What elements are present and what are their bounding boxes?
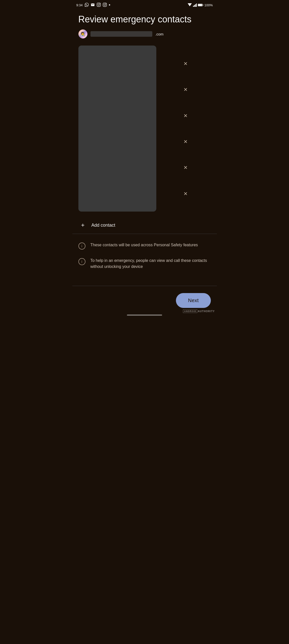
remove-contact-6-button[interactable]	[180, 188, 191, 199]
info-icon-1: i	[78, 243, 85, 250]
close-icon	[183, 113, 188, 119]
home-indicator-bar	[127, 314, 162, 316]
plus-icon: +	[81, 222, 84, 229]
close-icon	[183, 191, 188, 197]
watermark-prefix: ANDROID	[183, 309, 197, 313]
remove-contact-4-button[interactable]	[180, 136, 191, 147]
bottom-divider	[72, 286, 217, 286]
watermark: ANDROID AUTHORITY	[183, 309, 215, 313]
info-icon-2: i	[78, 258, 85, 265]
remove-contact-5-button[interactable]	[180, 162, 191, 173]
remove-contact-2-button[interactable]	[180, 84, 191, 95]
info-text-2: To help in an emergency, people can view…	[90, 258, 211, 270]
battery-percentage: 100%	[204, 3, 213, 7]
info-section: i These contacts will be used across Per…	[78, 234, 211, 286]
status-bar-left: 9:34 •	[76, 3, 111, 8]
status-bar: 9:34 •	[72, 0, 217, 10]
battery-icon	[198, 4, 203, 7]
remove-contact-1-button[interactable]	[180, 58, 191, 69]
email-icon	[91, 3, 95, 8]
info-item-1: i These contacts will be used across Per…	[78, 242, 211, 250]
close-icon	[183, 139, 188, 145]
close-icon	[183, 87, 188, 93]
remove-contact-3-button[interactable]	[180, 110, 191, 121]
info-item-2: i To help in an emergency, people can vi…	[78, 258, 211, 270]
next-button[interactable]: Next	[176, 293, 211, 308]
page-title: Review emergency contacts	[78, 14, 211, 24]
close-icon	[183, 165, 188, 171]
contacts-list	[78, 46, 156, 212]
svg-rect-1	[198, 4, 202, 6]
whatsapp-icon	[85, 3, 89, 8]
signal-icon	[193, 3, 197, 7]
add-contact-label: Add contact	[91, 223, 115, 228]
avatar-image: 🧑‍🎨	[78, 29, 87, 38]
watermark-suffix: AUTHORITY	[198, 310, 215, 313]
add-icon: +	[78, 221, 87, 230]
dot-indicator: •	[109, 3, 110, 7]
svg-rect-2	[203, 5, 203, 6]
main-content: Review emergency contacts 🧑‍🎨 ██████████…	[72, 10, 217, 290]
contacts-container	[78, 46, 211, 212]
info-text-1: These contacts will be used across Perso…	[90, 242, 198, 248]
add-contact-row[interactable]: + Add contact	[78, 217, 211, 234]
next-button-container: Next	[72, 290, 217, 312]
instagram2-icon	[103, 3, 107, 8]
instagram-icon	[97, 3, 101, 8]
time-display: 9:34	[76, 3, 83, 7]
account-email-suffix: .com	[155, 32, 164, 36]
wifi-icon	[187, 3, 192, 7]
account-email-redacted: ████████████████████	[90, 31, 153, 37]
close-icon	[183, 61, 188, 67]
avatar: 🧑‍🎨	[78, 29, 87, 38]
account-row: 🧑‍🎨 ████████████████████ .com	[78, 29, 211, 38]
remove-buttons-column	[160, 46, 211, 212]
status-bar-right: 100%	[187, 3, 213, 7]
